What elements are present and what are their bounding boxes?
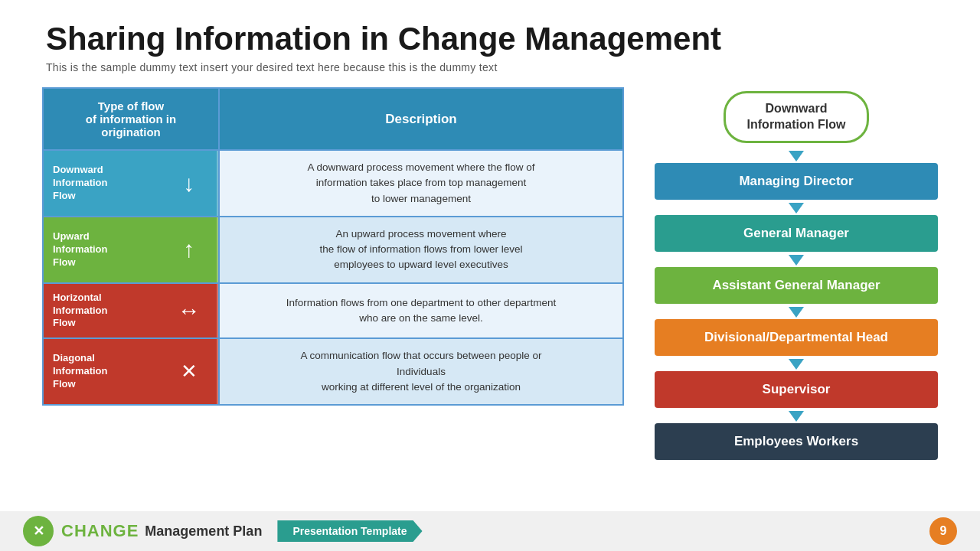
flowchart-section: DownwardInformation Flow Managing Direct…	[655, 87, 938, 504]
footer-template-label: Presentation Template	[292, 525, 407, 537]
table-row: DownwardInformationFlow ↓ A downward pro…	[44, 149, 622, 216]
page-subtitle: This is the sample dummy text insert you…	[46, 61, 934, 73]
flow-connector-2	[789, 253, 804, 267]
slide: Sharing Information in Change Management…	[0, 0, 980, 551]
flow-box-general-manager: General Manager	[655, 215, 938, 252]
footer-management-label: Management Plan	[145, 523, 262, 540]
flow-top-label-text: DownwardInformation Flow	[747, 102, 846, 131]
table-row: DiagonalInformationFlow ✕ A communicatio…	[44, 337, 622, 404]
row-diagonal-desc: A communication flow that occurs between…	[220, 339, 622, 404]
flow-box-managing-director-label: Managing Director	[739, 174, 853, 188]
row-upward-wrap: UpwardInformationFlow ↑	[44, 217, 220, 282]
flow-box-asst-gm: Assistant General Manager	[655, 267, 938, 304]
flow-box-supervisor: Supervisor	[655, 371, 938, 408]
table-row: HorizontalInformationFlow ↔ Information …	[44, 282, 622, 338]
row-downward-icon: ↓	[162, 151, 218, 216]
flow-arrow-4	[789, 359, 804, 370]
row-horizontal-label: HorizontalInformationFlow	[44, 284, 162, 338]
flow-connector-4	[789, 357, 804, 371]
flow-box-managing-director: Managing Director	[655, 163, 938, 200]
row-upward-icon: ↑	[162, 217, 218, 282]
flow-arrow-2	[789, 255, 804, 266]
flow-box-divisional-head-label: Divisional/Departmental Head	[704, 330, 888, 344]
row-horizontal-wrap: HorizontalInformationFlow ↔	[44, 284, 220, 338]
table-row: UpwardInformationFlow ↑ An upward proces…	[44, 216, 622, 282]
table-header-row: Type of flowof information inorigination…	[44, 89, 622, 149]
info-table-section: Type of flowof information inorigination…	[42, 87, 624, 504]
flow-top-label: DownwardInformation Flow	[724, 91, 870, 143]
main-content: Type of flowof information inorigination…	[0, 80, 980, 511]
flow-box-general-manager-label: General Manager	[743, 226, 849, 240]
row-downward-desc: A downward process movement where the fl…	[220, 151, 622, 216]
flow-connector-1	[789, 201, 804, 215]
table-header-desc: Description	[220, 89, 622, 149]
row-horizontal-desc: Information flows from one department to…	[220, 284, 622, 338]
footer-page-number: 9	[929, 517, 957, 545]
footer-change-label: CHANGE	[61, 521, 139, 541]
flow-box-supervisor-label: Supervisor	[763, 382, 831, 396]
table-header-desc-label: Description	[385, 112, 457, 127]
footer-template-badge: Presentation Template	[277, 520, 422, 542]
flow-connector-0	[789, 149, 804, 163]
info-table: Type of flowof information inorigination…	[42, 87, 624, 406]
row-diagonal-label: DiagonalInformationFlow	[44, 339, 162, 404]
flow-arrow-1	[789, 203, 804, 214]
row-upward-label: UpwardInformationFlow	[44, 217, 162, 282]
flow-box-divisional-head: Divisional/Departmental Head	[655, 319, 938, 356]
flow-box-employees-label: Employees Workers	[734, 434, 858, 448]
row-upward-desc: An upward process movement wherethe flow…	[220, 217, 622, 282]
table-header-type-label: Type of flowof information inorigination	[86, 99, 176, 139]
row-diagonal-icon: ✕	[162, 339, 218, 404]
row-downward-wrap: DownwardInformationFlow ↓	[44, 151, 220, 216]
footer-logo-icon: ✕	[33, 523, 44, 540]
footer-logo: ✕	[23, 516, 54, 546]
table-header-type: Type of flowof information inorigination	[44, 89, 220, 149]
header: Sharing Information in Change Management…	[0, 0, 980, 80]
row-downward-label: DownwardInformationFlow	[44, 151, 162, 216]
flow-arrow-0	[789, 151, 804, 161]
flow-arrow-3	[789, 307, 804, 318]
flow-box-asst-gm-label: Assistant General Manager	[712, 278, 880, 292]
flow-box-employees: Employees Workers	[655, 423, 938, 460]
flow-connector-3	[789, 305, 804, 319]
row-diagonal-wrap: DiagonalInformationFlow ✕	[44, 339, 220, 404]
page-title: Sharing Information in Change Management	[46, 21, 934, 57]
row-horizontal-icon: ↔	[162, 284, 218, 338]
flow-connector-5	[789, 409, 804, 423]
flow-arrow-5	[789, 411, 804, 422]
footer: ✕ CHANGE Management Plan Presentation Te…	[0, 511, 980, 551]
